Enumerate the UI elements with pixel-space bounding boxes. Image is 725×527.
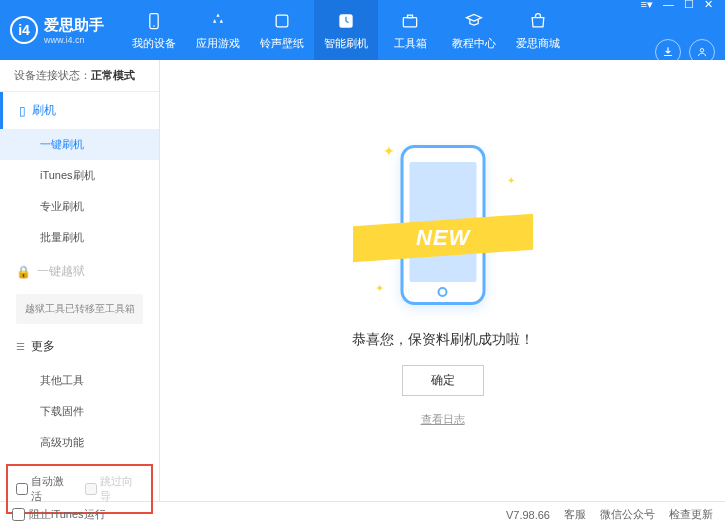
main-nav: 我的设备 应用游戏 铃声壁纸 智能刷机 工具箱 教程中心 爱思商城 bbox=[122, 0, 639, 60]
app-site: www.i4.cn bbox=[44, 35, 104, 45]
nav-ringtones[interactable]: 铃声壁纸 bbox=[250, 0, 314, 60]
nav-tutorials[interactable]: 教程中心 bbox=[442, 0, 506, 60]
chevron-icon: ☰ bbox=[16, 341, 25, 352]
success-illustration: ✦ ✦ ✦ NEW bbox=[353, 135, 533, 315]
logo-icon: i4 bbox=[10, 16, 38, 44]
app-name: 爱思助手 bbox=[44, 16, 104, 35]
footer-update[interactable]: 检查更新 bbox=[669, 507, 713, 522]
minimize-icon[interactable]: — bbox=[661, 0, 676, 13]
ok-button[interactable]: 确定 bbox=[402, 365, 484, 396]
nav-toolbox[interactable]: 工具箱 bbox=[378, 0, 442, 60]
nav-store[interactable]: 爱思商城 bbox=[506, 0, 570, 60]
view-log-link[interactable]: 查看日志 bbox=[421, 412, 465, 427]
maximize-icon[interactable]: ☐ bbox=[682, 0, 696, 13]
skip-guide-checkbox[interactable]: 跳过向导 bbox=[85, 474, 144, 504]
close-icon[interactable]: ✕ bbox=[702, 0, 715, 13]
svg-rect-5 bbox=[408, 15, 413, 18]
sidebar-item-other[interactable]: 其他工具 bbox=[0, 365, 159, 396]
logo: i4 爱思助手 www.i4.cn bbox=[10, 16, 104, 45]
sidebar-item-oneclick[interactable]: 一键刷机 bbox=[0, 129, 159, 160]
header-controls: ≡▾ — ☐ ✕ bbox=[639, 0, 715, 65]
sparkle-icon: ✦ bbox=[375, 282, 384, 295]
sidebar-item-itunes[interactable]: iTunes刷机 bbox=[0, 160, 159, 191]
header: i4 爱思助手 www.i4.cn 我的设备 应用游戏 铃声壁纸 智能刷机 工具… bbox=[0, 0, 725, 60]
sparkle-icon: ✦ bbox=[383, 143, 395, 159]
toolbox-icon bbox=[399, 10, 421, 32]
lock-icon: 🔒 bbox=[16, 265, 31, 279]
svg-point-6 bbox=[700, 48, 704, 52]
sidebar-section-more[interactable]: ☰ 更多 bbox=[0, 328, 159, 365]
flash-icon bbox=[335, 10, 357, 32]
sparkle-icon: ✦ bbox=[507, 175, 515, 186]
store-icon bbox=[527, 10, 549, 32]
version-label: V7.98.66 bbox=[506, 509, 550, 521]
sidebar-item-advanced[interactable]: 高级功能 bbox=[0, 427, 159, 458]
footer-support[interactable]: 客服 bbox=[564, 507, 586, 522]
sidebar-item-batch[interactable]: 批量刷机 bbox=[0, 222, 159, 253]
phone-icon: ▯ bbox=[19, 104, 26, 118]
sidebar-section-jailbreak[interactable]: 🔒 一键越狱 bbox=[0, 253, 159, 290]
footer-wechat[interactable]: 微信公众号 bbox=[600, 507, 655, 522]
sidebar-item-download[interactable]: 下载固件 bbox=[0, 396, 159, 427]
new-ribbon: NEW bbox=[353, 213, 533, 262]
svg-point-1 bbox=[153, 25, 155, 27]
menu-icon[interactable]: ≡▾ bbox=[639, 0, 655, 13]
nav-apps[interactable]: 应用游戏 bbox=[186, 0, 250, 60]
sidebar-section-flash[interactable]: ▯ 刷机 bbox=[0, 92, 159, 129]
nav-flash[interactable]: 智能刷机 bbox=[314, 0, 378, 60]
success-message: 恭喜您，保资料刷机成功啦！ bbox=[352, 331, 534, 349]
block-itunes-checkbox[interactable]: 阻止iTunes运行 bbox=[12, 507, 106, 522]
svg-rect-4 bbox=[403, 17, 416, 26]
sidebar: 设备连接状态：正常模式 ▯ 刷机 一键刷机 iTunes刷机 专业刷机 批量刷机… bbox=[0, 60, 160, 501]
sidebar-item-pro[interactable]: 专业刷机 bbox=[0, 191, 159, 222]
nav-my-device[interactable]: 我的设备 bbox=[122, 0, 186, 60]
jailbreak-note: 越狱工具已转移至工具箱 bbox=[16, 294, 143, 324]
connection-status: 设备连接状态：正常模式 bbox=[0, 60, 159, 92]
svg-rect-2 bbox=[276, 15, 288, 27]
tutorial-icon bbox=[463, 10, 485, 32]
device-icon bbox=[143, 10, 165, 32]
main-content: ✦ ✦ ✦ NEW 恭喜您，保资料刷机成功啦！ 确定 查看日志 bbox=[160, 60, 725, 501]
ringtone-icon bbox=[271, 10, 293, 32]
auto-activate-checkbox[interactable]: 自动激活 bbox=[16, 474, 75, 504]
apps-icon bbox=[207, 10, 229, 32]
